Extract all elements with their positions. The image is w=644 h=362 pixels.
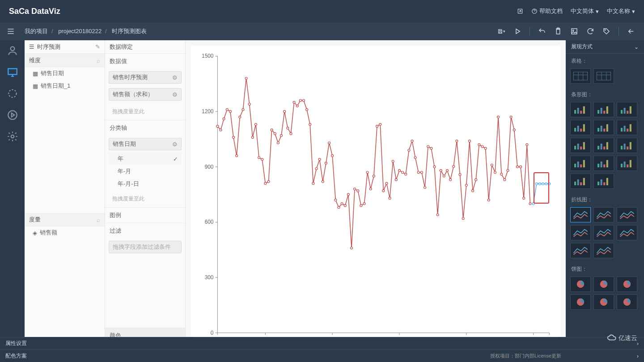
svg-point-105 — [417, 171, 419, 174]
chart-type-thumb[interactable] — [593, 243, 614, 258]
rail-play-icon[interactable] — [7, 109, 18, 121]
value-pill-2[interactable]: 销售额（求和）⚙ — [109, 88, 182, 101]
svg-rect-200 — [583, 160, 585, 167]
rail-user-icon[interactable] — [7, 45, 18, 56]
svg-point-135 — [513, 129, 515, 131]
chart-type-thumb[interactable] — [617, 156, 637, 171]
export-icon[interactable] — [517, 8, 523, 14]
play-icon[interactable] — [513, 27, 521, 35]
search-icon[interactable]: ⌕ — [97, 57, 100, 64]
chart-type-thumb[interactable] — [617, 277, 637, 292]
axis-pill[interactable]: 销售日期⚙ — [109, 138, 182, 150]
chart-type-thumb[interactable] — [570, 243, 591, 258]
svg-point-71 — [309, 124, 311, 126]
date-opt-ymd[interactable]: 年-月-日 — [109, 178, 182, 190]
axis-drop[interactable]: 拖拽度量至此 — [109, 192, 182, 205]
lang-select[interactable]: 中文简体▾ — [571, 7, 599, 15]
chart-type-thumb[interactable] — [593, 207, 614, 222]
chart-type-thumb[interactable] — [593, 120, 614, 135]
svg-point-134 — [510, 116, 512, 118]
chart-type-thumb[interactable] — [570, 294, 591, 310]
svg-rect-174 — [577, 126, 579, 132]
crumb-3: 时序预测图表 — [112, 28, 147, 34]
clipboard-icon[interactable] — [554, 27, 562, 35]
chart-type-thumb[interactable] — [617, 225, 637, 240]
date-opt-year[interactable]: 年✓ — [109, 153, 182, 165]
svg-rect-192 — [606, 142, 608, 149]
chart-type-thumb[interactable] — [570, 225, 591, 240]
search-icon[interactable]: ⌕ — [97, 217, 100, 223]
value-pill-1[interactable]: 销售时序预测⚙ — [109, 71, 182, 84]
chart-type-thumb[interactable] — [593, 174, 614, 189]
back-icon[interactable] — [627, 27, 635, 35]
dim-field-1[interactable]: ▦销售日期 — [25, 67, 105, 80]
svg-rect-198 — [577, 162, 579, 167]
chart-type-thumb[interactable] — [617, 120, 637, 135]
svg-rect-182 — [624, 126, 626, 132]
chart-type-thumb[interactable] — [570, 102, 591, 117]
color-scheme[interactable]: 配色方案› — [566, 349, 644, 362]
name-lang-select[interactable]: 中文名称▾ — [607, 7, 635, 15]
svg-rect-161 — [574, 110, 576, 114]
svg-rect-195 — [627, 146, 628, 149]
meas-field-1[interactable]: ◈销售额 — [25, 226, 105, 239]
tag-icon[interactable] — [602, 27, 610, 35]
date-opt-ym[interactable]: 年-月 — [109, 165, 182, 178]
undo-icon[interactable] — [538, 27, 546, 35]
svg-rect-157 — [597, 72, 610, 80]
chart-type-thumb[interactable] — [617, 294, 637, 310]
chart-type-thumb[interactable] — [593, 277, 614, 292]
chart-type-thumb[interactable] — [570, 68, 591, 84]
svg-point-119 — [462, 217, 464, 220]
chart-type-thumb[interactable] — [617, 138, 637, 153]
svg-rect-162 — [577, 108, 579, 114]
gear-icon[interactable]: ⚙ — [172, 141, 178, 148]
dim-field-2[interactable]: ▦销售日期_1 — [25, 80, 105, 92]
chart-type-thumb[interactable] — [570, 138, 591, 153]
edit-icon[interactable]: ✎ — [95, 43, 100, 50]
gear-icon[interactable]: ⚙ — [172, 74, 178, 81]
chart-type-thumb[interactable] — [570, 120, 591, 135]
chart-type-thumb[interactable] — [593, 68, 614, 84]
chart-type-thumb[interactable] — [593, 138, 614, 153]
svg-rect-197 — [574, 164, 576, 167]
svg-point-81 — [341, 203, 343, 205]
display-header[interactable]: 展现方式⌄ — [566, 40, 644, 54]
svg-text:1200: 1200 — [202, 108, 214, 115]
calendar-icon: ▦ — [33, 83, 38, 89]
fields-panel: ☰ 时序预测 ✎ 维度⌕ ▦销售日期 ▦销售日期_1 度量⌕ ◈销售额 — [25, 40, 105, 362]
chart-type-thumb[interactable] — [593, 102, 614, 117]
image-icon[interactable] — [570, 27, 578, 35]
chart-type-thumb[interactable] — [570, 277, 591, 292]
svg-text:0: 0 — [211, 330, 214, 336]
chart-type-thumb[interactable] — [593, 156, 614, 171]
svg-point-110 — [433, 166, 436, 168]
crumb-2[interactable]: project20180222 — [58, 28, 102, 34]
svg-point-66 — [293, 101, 295, 103]
svg-point-85 — [354, 188, 356, 190]
chart-type-thumb[interactable] — [593, 225, 614, 240]
chart-type-thumb[interactable] — [570, 207, 591, 222]
chart-type-thumb[interactable] — [570, 156, 591, 171]
rail-settings-icon[interactable] — [7, 131, 18, 142]
svg-point-133 — [507, 170, 509, 172]
chart-type-thumb[interactable] — [617, 207, 637, 222]
value-drop[interactable]: 拖拽度量至此 — [109, 105, 182, 118]
rail-monitor-icon[interactable] — [7, 66, 18, 78]
help-link[interactable]: 帮助文档 — [531, 7, 563, 15]
save-icon[interactable]: ▾ — [497, 27, 505, 35]
filter-drop[interactable]: 拖拽字段添加过滤条件 — [109, 241, 182, 253]
crumb-1[interactable]: 我的项目 — [25, 28, 48, 34]
svg-point-77 — [328, 142, 330, 144]
svg-point-136 — [516, 166, 518, 168]
svg-point-49 — [239, 116, 241, 118]
chart-type-thumb[interactable] — [617, 102, 637, 117]
chart-type-thumb[interactable] — [593, 294, 614, 310]
rail-loading-icon[interactable] — [7, 88, 18, 99]
gear-icon[interactable]: ⚙ — [172, 91, 178, 98]
chart-type-thumb[interactable] — [570, 174, 591, 189]
refresh-icon[interactable] — [586, 27, 594, 35]
svg-point-111 — [436, 214, 439, 216]
svg-text:900: 900 — [205, 164, 214, 170]
menu-toggle-icon[interactable] — [6, 27, 15, 38]
